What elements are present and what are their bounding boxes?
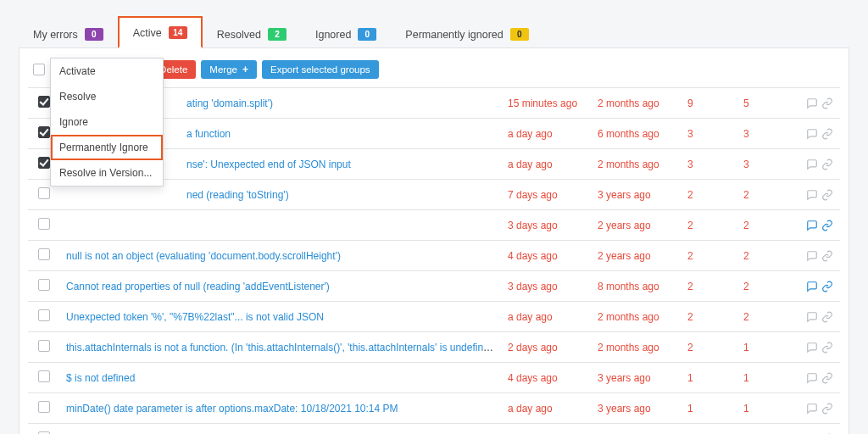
tab-resolved[interactable]: Resolved2: [203, 19, 301, 48]
comment-icon[interactable]: [806, 371, 818, 384]
row-checkbox[interactable]: [38, 340, 50, 352]
first-seen: 8 months ago: [591, 271, 681, 302]
row-actions: [793, 424, 840, 435]
error-link[interactable]: nse': Unexpected end of JSON input: [186, 159, 351, 170]
first-seen: 6 months ago: [591, 119, 681, 149]
merge-button[interactable]: Merge +: [201, 60, 257, 79]
export-button[interactable]: Export selected groups: [262, 60, 379, 79]
link-icon[interactable]: [821, 188, 833, 201]
last-seen: 2 days ago: [501, 332, 591, 363]
dropdown-item-resolve-in-version[interactable]: Resolve in Version...: [51, 160, 163, 186]
count-users: 1: [737, 363, 793, 393]
row-actions: [793, 302, 840, 332]
row-checkbox[interactable]: [38, 279, 50, 291]
table-row: $ is not defined4 days ago3 years ago11: [28, 363, 840, 393]
row-actions: [793, 210, 840, 241]
comment-icon[interactable]: [806, 219, 818, 231]
comment-icon[interactable]: [806, 97, 818, 109]
row-checkbox[interactable]: [38, 157, 50, 169]
error-link[interactable]: $ is not defined: [66, 372, 135, 384]
first-seen: 2 years ago: [591, 241, 681, 271]
table-row: minDate() date parameter is after option…: [28, 393, 840, 424]
error-link[interactable]: Cannot read properties of null (reading …: [66, 281, 330, 292]
last-seen: a day ago: [501, 393, 591, 424]
link-icon[interactable]: [821, 371, 833, 384]
tab-badge: 0: [85, 28, 103, 41]
last-seen: a day ago: [501, 302, 591, 332]
tabs-bar: My errors0Active14Resolved2Ignored0Perma…: [19, 15, 849, 48]
row-checkbox[interactable]: [38, 309, 50, 321]
count-users: 3: [737, 119, 793, 149]
last-seen: 6 days ago: [501, 424, 591, 435]
comment-icon[interactable]: [806, 158, 818, 170]
row-checkbox[interactable]: [38, 96, 50, 108]
last-seen: 7 days ago: [501, 180, 591, 210]
tab-badge: 0: [510, 28, 529, 41]
row-checkbox[interactable]: [38, 370, 50, 382]
link-icon[interactable]: [821, 127, 833, 140]
tab-permanently-ignored[interactable]: Permanently ignored0: [391, 19, 542, 48]
error-link[interactable]: Unexpected token '%', "%7B%22last"... is…: [66, 311, 324, 323]
count-users: 3: [737, 149, 793, 180]
count-users: 1: [737, 393, 793, 424]
comment-icon[interactable]: [806, 188, 818, 201]
comment-icon[interactable]: [806, 341, 818, 353]
count-occurrences: 2: [681, 241, 737, 271]
count-occurrences: 1: [681, 363, 737, 393]
comment-icon[interactable]: [806, 127, 818, 140]
row-checkbox[interactable]: [38, 218, 50, 230]
row-actions: [793, 332, 840, 363]
row-actions: [793, 88, 840, 119]
error-link[interactable]: null is not an object (evaluating 'docum…: [66, 250, 341, 262]
link-icon[interactable]: [821, 219, 833, 231]
error-link[interactable]: ating 'domain.split'): [186, 97, 273, 109]
link-icon[interactable]: [821, 97, 833, 109]
link-icon[interactable]: [821, 158, 833, 170]
link-icon[interactable]: [821, 341, 833, 353]
link-icon[interactable]: [821, 280, 833, 292]
row-checkbox[interactable]: [38, 126, 50, 138]
last-seen: 4 days ago: [501, 363, 591, 393]
count-users: 5: [737, 88, 793, 119]
comment-icon[interactable]: [806, 310, 818, 323]
row-checkbox[interactable]: [38, 401, 50, 413]
count-occurrences: 2: [681, 210, 737, 241]
dropdown-item-resolve[interactable]: Resolve: [51, 84, 163, 109]
error-link[interactable]: ned (reading 'toString'): [186, 189, 289, 201]
count-occurrences: 1: [681, 424, 737, 435]
last-seen: 15 minutes ago: [501, 88, 591, 119]
table-row: 3 days ago2 years ago22: [28, 210, 840, 241]
first-seen: 2 months ago: [591, 332, 681, 363]
select-all-checkbox[interactable]: [33, 64, 45, 75]
comment-icon[interactable]: [806, 402, 818, 415]
tab-label: Active: [133, 27, 162, 39]
error-link[interactable]: this.attachInternals is not a function. …: [66, 342, 498, 353]
error-link[interactable]: minDate() date parameter is after option…: [66, 403, 398, 415]
comment-icon[interactable]: [806, 249, 818, 262]
first-seen: 2 months ago: [591, 149, 681, 180]
count-users: 2: [737, 271, 793, 302]
count-occurrences: 2: [681, 332, 737, 363]
comment-icon[interactable]: [806, 280, 818, 292]
tab-my-errors[interactable]: My errors0: [19, 19, 118, 48]
link-icon[interactable]: [821, 249, 833, 262]
count-users: 1: [737, 332, 793, 363]
row-actions: [793, 393, 840, 424]
count-users: 2: [737, 210, 793, 241]
first-seen: 2 months ago: [591, 88, 681, 119]
last-seen: a day ago: [501, 119, 591, 149]
tab-ignored[interactable]: Ignored0: [301, 19, 391, 48]
dropdown-item-ignore[interactable]: Ignore: [51, 109, 163, 135]
tab-active[interactable]: Active14: [118, 16, 203, 48]
dropdown-item-activate[interactable]: Activate: [51, 58, 163, 84]
link-icon[interactable]: [821, 310, 833, 323]
table-row: this.attachInternals is not a function. …: [28, 332, 840, 363]
row-checkbox[interactable]: [38, 187, 50, 199]
dropdown-item-permanently-ignore[interactable]: Permanently Ignore: [51, 135, 163, 160]
count-users: 2: [737, 241, 793, 271]
link-icon[interactable]: [821, 402, 833, 415]
row-checkbox[interactable]: [38, 248, 50, 260]
error-link[interactable]: a function: [186, 128, 231, 140]
first-seen: 2 years ago: [591, 210, 681, 241]
count-users: 2: [737, 180, 793, 210]
